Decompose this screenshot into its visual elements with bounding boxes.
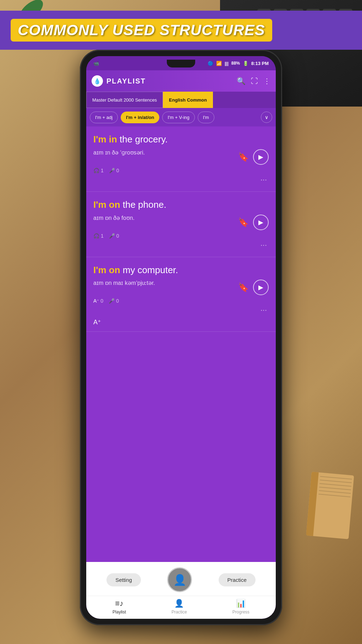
filter-tab-im[interactable]: I'm [198,112,214,123]
sentence-2-controls: 🎧 1 🎤 0 [93,233,269,239]
status-right: 🔵 📶 ||| 88% 🔋 8:13 PM [208,61,269,66]
bluetooth-icon: 🔵 [208,61,213,66]
sentence-3-phonetic: aɪm ɒn maɪ kəmˈpjuːtər. [93,280,155,286]
playlist-nav-icon: ≡♪ [115,599,124,608]
sentence-2-main: I'm on the phone. [93,199,269,211]
camera-notch [167,60,195,67]
status-left: 📹 [93,61,99,66]
wifi-icon: 📶 [216,61,222,66]
user-avatar[interactable]: 👤 [167,567,192,592]
sentence-1-highlight: I'm in [93,134,117,145]
sentence-1-bookmark[interactable]: 🔖 [238,152,249,162]
sentence-2-phonetic: aɪm ɒn ðə foʊn. [93,215,135,221]
sentence-3-bookmark[interactable]: 🔖 [238,282,249,292]
sentence-1-main: I'm in the grocery. [93,134,269,146]
nav-progress[interactable]: 📊 Progress [232,599,249,615]
video-icon: 📹 [93,61,99,66]
nav-playlist-label: Playlist [113,610,126,615]
progress-nav-icon: 📊 [236,599,246,608]
action-row: Setting 👤 Practice [86,562,276,596]
sentence-3-stats: A⁻ 0 🎤 0 [93,298,119,304]
sentence-1-phonetic: aɪm ɪn ðə ˈɡroʊsəri. [93,149,145,156]
filter-tab-adj[interactable]: I'm + adj [90,112,118,123]
notebook-line [320,476,352,480]
sentence-2-bookmark[interactable]: 🔖 [238,217,249,227]
fullscreen-icon[interactable]: ⛶ [251,77,258,85]
sentence-2-rest: the phone. [120,199,166,210]
banner-yellow-background: COMMONLY USED STRUCTURES [11,19,272,42]
search-icon[interactable]: 🔍 [237,77,246,85]
signal-bars: ||| [225,61,229,66]
headphone-icon: 🎧 [93,168,99,173]
app-title: PLAYLIST [106,77,233,85]
notebook-decoration [306,472,354,539]
nav-row: ≡♪ Playlist 👤 Practice 📊 Progress [86,596,276,619]
sentence-3-rest: my computer. [120,265,178,275]
bottom-navigation: Setting 👤 Practice ≡♪ Playlist 👤 [86,562,276,619]
category-tab-bar: Master Default 2000 Sentences English Co… [86,92,276,108]
mic-icon-2: 🎤 [109,233,115,239]
sentence-1-listens: 🎧 1 [93,168,104,173]
sentence-3-more[interactable]: ··· [93,304,269,316]
sentence-2-more[interactable]: ··· [93,239,269,251]
notebook-line [319,483,351,487]
filter-tab-in-at-on[interactable]: I'm + in/at/on [121,112,159,123]
practice-nav-icon: 👤 [174,599,184,608]
sentence-1-play[interactable]: ▶ [253,149,269,165]
nav-practice[interactable]: 👤 Practice [171,599,187,615]
headphone-icon-2: 🎧 [93,233,99,239]
sentence-2-speaks: 🎤 0 [109,233,119,239]
sentence-1-controls: 🎧 1 🎤 0 [93,168,269,173]
sentence-3-controls: A⁻ 0 🎤 0 [93,298,269,304]
screen-body: I'm in the grocery. aɪm ɪn ðə ˈɡroʊsəri.… [86,126,276,619]
filter-dropdown-btn[interactable]: ∨ [261,112,272,123]
sentence-2-play[interactable]: ▶ [253,215,269,230]
sentence-card-2: I'm on the phone. aɪm ɒn ðə foʊn. 🔖 ▶ 🎧 [86,192,276,257]
sentence-1-rest: the grocery. [117,134,168,145]
sentence-3-play[interactable]: ▶ [253,280,269,295]
sentence-3-actions: 🔖 ▶ [238,280,269,295]
notebook-lines [319,476,352,497]
nav-practice-label: Practice [171,610,187,615]
app-logo: 💧 [92,75,103,87]
sentence-3-speaks: 🎤 0 [109,298,119,304]
sentence-1-actions: 🔖 ▶ [238,149,269,165]
sentence-2-stats: 🎧 1 🎤 0 [93,233,119,239]
filter-tab-ving[interactable]: I'm + V-ing [162,112,194,123]
banner-text: COMMONLY USED STRUCTURES [18,22,265,38]
mic-icon-3: 🎤 [109,298,115,304]
more-vert-icon[interactable]: ⋮ [263,77,270,85]
font-decrease-icon: A⁻ [93,298,99,304]
sentence-3-listens: A⁻ 0 [93,298,103,304]
sentence-2-highlight: I'm on [93,199,120,210]
battery-level: 88% [231,61,240,66]
sentence-1-more[interactable]: ··· [93,173,269,186]
top-banner: COMMONLY USED STRUCTURES [0,11,362,50]
category-tab-master[interactable]: Master Default 2000 Sentences [86,92,163,108]
app-header: 💧 PLAYLIST 🔍 ⛶ ⋮ [86,70,276,92]
notebook-line [319,494,351,497]
phone-screen: 📹 🔵 📶 ||| 88% 🔋 8:13 PM 💧 PLAYLIST 🔍 ⛶ ⋮ [86,56,276,619]
mic-icon: 🎤 [109,168,115,173]
category-tab-english[interactable]: English Common [163,92,213,108]
sentences-list: I'm in the grocery. aɪm ɪn ðə ˈɡroʊsəri.… [86,126,276,562]
sentence-3-highlight: I'm on [93,265,120,275]
practice-button[interactable]: Practice [219,573,256,586]
notebook-line [319,490,351,494]
sentence-2-listens: 🎧 1 [93,233,104,239]
sentence-3-main: I'm on my computer. [93,264,269,276]
sentence-card-1: I'm in the grocery. aɪm ɪn ðə ˈɡroʊsəri.… [86,126,276,192]
nav-playlist[interactable]: ≡♪ Playlist [113,599,126,615]
notebook-line [320,480,352,483]
setting-button[interactable]: Setting [106,573,141,586]
sentence-1-speaks: 🎤 0 [109,168,119,173]
battery-icon: 🔋 [243,61,248,66]
phone-device: 📹 🔵 📶 ||| 88% 🔋 8:13 PM 💧 PLAYLIST 🔍 ⛶ ⋮ [80,50,282,625]
header-icons: 🔍 ⛶ ⋮ [237,77,270,85]
font-size-increase[interactable]: A⁺ [93,318,269,326]
nav-progress-label: Progress [232,610,249,615]
notebook-line [319,487,351,490]
filter-tab-bar: I'm + adj I'm + in/at/on I'm + V-ing I'm… [86,108,276,126]
sentence-card-3: I'm on my computer. aɪm ɒn maɪ kəmˈpjuːt… [86,257,276,332]
sentence-1-stats: 🎧 1 🎤 0 [93,168,119,173]
